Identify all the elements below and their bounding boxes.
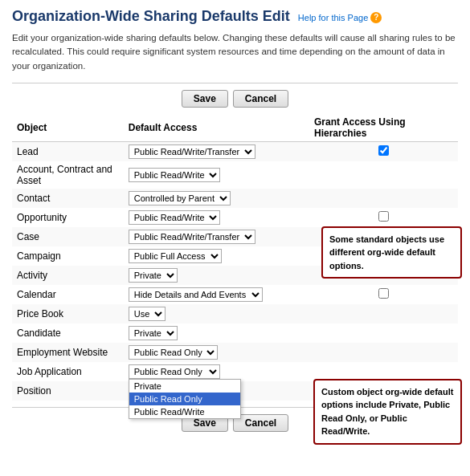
table-row: Employment WebsitePublic Read Only [12,343,458,362]
hierarchy-cell [309,189,458,208]
access-cell[interactable]: Public Read/Write/Transfer [124,227,309,246]
access-cell[interactable]: Hide Details and Add Events [124,285,309,304]
access-select[interactable]: Public Read/Write/Transfer [129,144,255,159]
object-cell: Candidate [12,323,124,343]
hierarchy-checkbox[interactable] [378,211,389,222]
top-button-bar: Save Cancel [12,90,458,108]
object-cell: Job Application [12,362,124,381]
dropdown-list-item[interactable]: Private [129,380,240,393]
access-cell[interactable]: Public Full Access [124,246,309,266]
cancel-button-top[interactable]: Cancel [233,90,288,108]
access-select[interactable]: Private [129,268,178,283]
access-select-open[interactable]: PrivatePublic Read OnlyPublic Read/Write [129,364,220,379]
hierarchy-cell [309,208,458,227]
page-title: Organization-Wide Sharing Defaults Edit [12,8,290,25]
table-row: Account, Contract and AssetPublic Read/W… [12,161,458,189]
col-header-object: Object [12,114,124,142]
col-header-hierarchy: Grant Access Using Hierarchies [309,114,458,142]
access-select[interactable]: Controlled by Parent [129,191,231,205]
table-row: CandidatePrivate [12,323,458,343]
col-header-access: Default Access [124,114,309,142]
access-select[interactable]: Public Read/Write [129,210,220,225]
callout-standard-text: Some standard objects use different org-… [329,234,444,271]
object-cell: Price Book [12,304,124,323]
top-divider [12,83,458,83]
hierarchy-checkbox[interactable] [378,288,389,299]
callout-custom-text: Custom object org-wide default options i… [321,387,453,437]
hierarchy-cell [309,161,458,189]
access-cell[interactable]: Public Read/Write/Transfer [124,141,309,161]
object-cell: Activity [12,266,124,285]
access-cell[interactable]: Use [124,304,309,323]
access-cell[interactable]: Public Read/Write [124,161,309,189]
hierarchy-cell [309,323,458,343]
access-select[interactable]: Public Read/Write/Transfer [129,230,255,244]
dropdown-list-item[interactable]: Public Read Only [129,393,240,405]
dropdown-open-container: PrivatePublic Read OnlyPublic Read/Write… [129,364,220,379]
hierarchy-cell [309,343,458,362]
object-cell: Opportunity [12,208,124,227]
access-select[interactable]: Private [129,326,178,340]
access-cell[interactable]: Private [124,266,309,285]
object-cell: Employment Website [12,343,124,362]
dropdown-list-item[interactable]: Public Read/Write [129,405,240,418]
object-cell: Contact [12,189,124,208]
table-row: Price BookUse [12,304,458,323]
access-cell[interactable]: Private [124,323,309,343]
cancel-button-bottom[interactable]: Cancel [233,414,288,432]
access-select[interactable]: Public Read Only [129,345,218,360]
help-link-text: Help for this Page [298,13,368,22]
object-cell: Case [12,227,124,246]
access-cell[interactable]: Controlled by Parent [124,189,309,208]
object-cell: Position [12,381,124,401]
object-cell: Account, Contract and Asset [12,161,124,189]
access-cell[interactable]: PrivatePublic Read OnlyPublic Read/Write… [124,362,309,381]
object-cell: Campaign [12,246,124,266]
access-select[interactable]: Public Full Access [129,249,222,263]
object-cell: Lead [12,141,124,161]
page-description: Edit your organization-wide sharing defa… [12,31,458,73]
hierarchy-cell [309,304,458,323]
table-row: LeadPublic Read/Write/Transfer [12,141,458,161]
dropdown-list: PrivatePublic Read OnlyPublic Read/Write [129,379,241,419]
table-row: CalendarHide Details and Add Events [12,285,458,304]
help-icon: ? [370,12,382,23]
hierarchy-cell [309,285,458,304]
help-link[interactable]: Help for this Page ? [298,12,382,23]
table-row: ContactControlled by Parent [12,189,458,208]
callout-standard: Some standard objects use different org-… [321,226,462,279]
save-button-top[interactable]: Save [182,90,228,108]
object-cell: Calendar [12,285,124,304]
access-select[interactable]: Use [129,307,166,321]
callout-custom: Custom object org-wide default options i… [313,379,462,445]
table-row: OpportunityPublic Read/Write [12,208,458,227]
hierarchy-checkbox[interactable] [378,145,389,156]
access-select[interactable]: Hide Details and Add Events [129,287,263,302]
access-cell[interactable]: Public Read Only [124,343,309,362]
access-cell[interactable]: Public Read/Write [124,208,309,227]
access-select[interactable]: Public Read/Write [129,168,220,182]
hierarchy-cell [309,141,458,161]
